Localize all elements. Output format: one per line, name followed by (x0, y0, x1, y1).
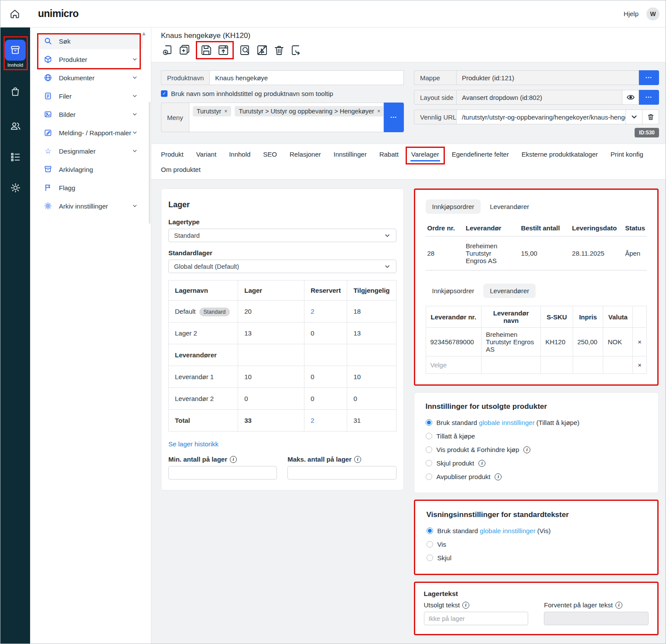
home-icon[interactable] (9, 8, 20, 20)
info-icon[interactable]: i (230, 456, 237, 463)
nav-item-arkiv-innstillinger[interactable]: Arkiv innstillinger (38, 198, 143, 214)
remove-supplier-icon[interactable]: × (633, 328, 647, 356)
reserved-link[interactable]: 2 (311, 417, 314, 424)
layout-more-button[interactable]: ••• (639, 90, 659, 105)
sidebar-item-innhold-label: Innhold (0, 62, 30, 68)
radio-icon[interactable] (426, 419, 432, 426)
unpublish-icon[interactable] (256, 44, 269, 57)
meny-tags-field[interactable]: Turutstyr × Turutstyr > Utstyr og oppbev… (189, 103, 384, 132)
nav-item-filer[interactable]: Filer (38, 88, 143, 104)
standardlager-select[interactable]: Global default (Default) (168, 260, 396, 273)
supplier-select-placeholder[interactable]: Velge (430, 361, 447, 369)
tab-variant[interactable]: Variant (196, 151, 216, 165)
remove-tag-icon[interactable]: × (224, 108, 227, 114)
radio-bruk-standard[interactable]: Bruk standard globale innstillinger (Til… (426, 419, 647, 426)
forventet-tekst-label: Forventet på lager tekst (544, 601, 613, 609)
info-icon[interactable]: i (523, 446, 530, 453)
min-antall-input[interactable] (168, 466, 277, 480)
remove-tag-icon[interactable]: × (377, 108, 380, 114)
radio-icon[interactable] (426, 446, 432, 453)
nav-item-arkivlagring[interactable]: Arkivlagring (38, 161, 143, 178)
radio-skjul[interactable]: Skjul (427, 554, 646, 562)
tab-eksterne-produktkataloger[interactable]: Eksterne produktkataloger (522, 151, 598, 165)
tab-innhold[interactable]: Innhold (229, 151, 250, 165)
save-icon[interactable] (200, 44, 213, 57)
tab-varelager[interactable]: Varelager (411, 151, 439, 165)
tab-innkjopsordrer-2[interactable]: Innkjøpsordrer (426, 284, 481, 298)
radio-avpubliser-produkt[interactable]: Avpubliser produkt i (426, 473, 647, 480)
radio-icon[interactable] (427, 528, 433, 534)
lager-history-link[interactable]: Se lager historikk (168, 440, 219, 448)
meny-more-button[interactable]: ••• (384, 103, 404, 132)
lagertype-select[interactable]: Standard (168, 229, 396, 242)
info-icon[interactable]: i (462, 602, 469, 609)
tab-innkjopsordrer[interactable]: Innkjøpsordrer (426, 199, 481, 214)
info-icon[interactable]: i (615, 602, 622, 609)
preview-search-icon[interactable] (239, 44, 252, 57)
sidebar-item-settings[interactable] (5, 182, 26, 194)
tab-relasjoner[interactable]: Relasjoner (290, 151, 321, 165)
tab-om-produktet[interactable]: Om produktet (161, 166, 201, 173)
orders-table: Ordre nr. Leverandør Bestilt antall Leve… (426, 222, 647, 271)
tab-produkt[interactable]: Produkt (161, 151, 184, 165)
mappe-more-button[interactable]: ••• (639, 70, 659, 85)
tab-leverandorer[interactable]: Leverandører (483, 199, 536, 214)
info-icon[interactable]: i (478, 460, 485, 467)
nav-item-flagg[interactable]: Flagg (38, 179, 143, 196)
radio-icon[interactable] (426, 460, 432, 466)
exit-export-icon[interactable] (290, 44, 303, 57)
nav-item-melding-rapport-maler[interactable]: Melding- / Rapport-maler (38, 124, 143, 141)
produktnavn-input[interactable]: Knaus hengekøye (209, 70, 404, 85)
radio-bruk-standard-vis[interactable]: Bruk standard globale innstillinger (Vis… (427, 527, 646, 534)
layout-side-value[interactable]: Avansert dropdown (id:802) (456, 90, 622, 105)
sidebar-item-lists[interactable] (5, 151, 26, 163)
globale-innstillinger-link[interactable]: globale innstillinger (479, 419, 535, 426)
info-icon[interactable]: i (495, 473, 502, 480)
nav-item-produkter[interactable]: Produkter (38, 51, 143, 68)
radio-icon[interactable] (426, 473, 432, 480)
reserved-link[interactable]: 2 (311, 308, 314, 315)
vennlig-url-value[interactable]: /turutstyr/utstyr-og-oppbevaring/hengeko… (456, 110, 626, 124)
url-expand-button[interactable] (626, 110, 642, 124)
name-as-title-checkbox[interactable]: ✓ (161, 90, 167, 97)
help-link[interactable]: Hjelp (624, 10, 639, 17)
radio-skjul-produkt[interactable]: Skjul produkt i (426, 459, 647, 467)
tab-egendefinerte-felter[interactable]: Egendefinerte felter (452, 151, 509, 165)
radio-vis-produkt-forhindre-kjop[interactable]: Vis produkt & Forhindre kjøp i (426, 446, 647, 453)
remove-supplier-icon[interactable]: × (633, 356, 647, 374)
tab-seo[interactable]: SEO (263, 151, 277, 165)
nav-item-dokumenter[interactable]: Dokumenter (38, 69, 143, 86)
sidebar-item-shop[interactable] (5, 86, 26, 97)
radio-icon[interactable] (427, 555, 433, 561)
url-delete-button[interactable] (642, 110, 659, 124)
toolbar (161, 42, 657, 58)
tab-leverandorer-2[interactable]: Leverandører (483, 284, 536, 298)
info-icon[interactable]: i (354, 456, 361, 463)
nav-item-bilder[interactable]: Bilder (38, 106, 143, 123)
radio-icon[interactable] (427, 541, 433, 548)
delete-icon[interactable] (273, 44, 286, 57)
tab-print-konfig[interactable]: Print konfig (611, 151, 643, 165)
tab-innstillinger[interactable]: Innstillinger (334, 151, 367, 165)
copy-document-icon[interactable] (178, 44, 191, 57)
forventet-tekst-input[interactable] (544, 612, 649, 625)
sidebar-item-innhold[interactable] (5, 40, 26, 61)
globale-innstillinger-link[interactable]: globale innstillinger (480, 527, 536, 534)
visning-panel: Visningsinnstillinger for standardtekste… (414, 500, 659, 575)
layout-side-label: Layout side (414, 90, 456, 105)
utsolgt-tekst-label: Utsolgt tekst (424, 601, 460, 609)
radio-vis[interactable]: Vis (427, 541, 646, 548)
preview-eye-button[interactable] (622, 90, 639, 105)
publish-icon[interactable] (217, 44, 230, 57)
radio-tillatt-a-kjope[interactable]: Tillatt å kjøpe (426, 432, 647, 440)
maks-antall-input[interactable] (287, 466, 396, 480)
radio-icon[interactable] (426, 433, 432, 439)
sidebar-item-users[interactable] (5, 120, 26, 132)
tab-rabatt[interactable]: Rabatt (379, 151, 399, 165)
utsolgt-tekst-input[interactable] (424, 612, 529, 625)
nav-item-designmaler[interactable]: ☆ Designmaler (38, 143, 143, 159)
user-avatar[interactable]: W (646, 7, 659, 21)
new-document-icon[interactable] (161, 44, 174, 57)
nav-item-sok[interactable]: Søk (38, 33, 143, 49)
mappe-value[interactable]: Produkter (id:121) (456, 70, 639, 85)
